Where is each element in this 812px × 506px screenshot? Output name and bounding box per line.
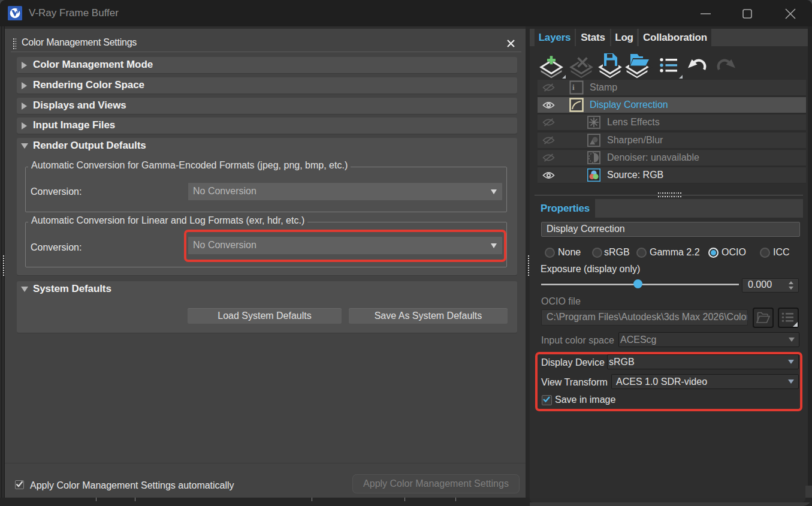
svg-text:i: i (572, 83, 575, 92)
